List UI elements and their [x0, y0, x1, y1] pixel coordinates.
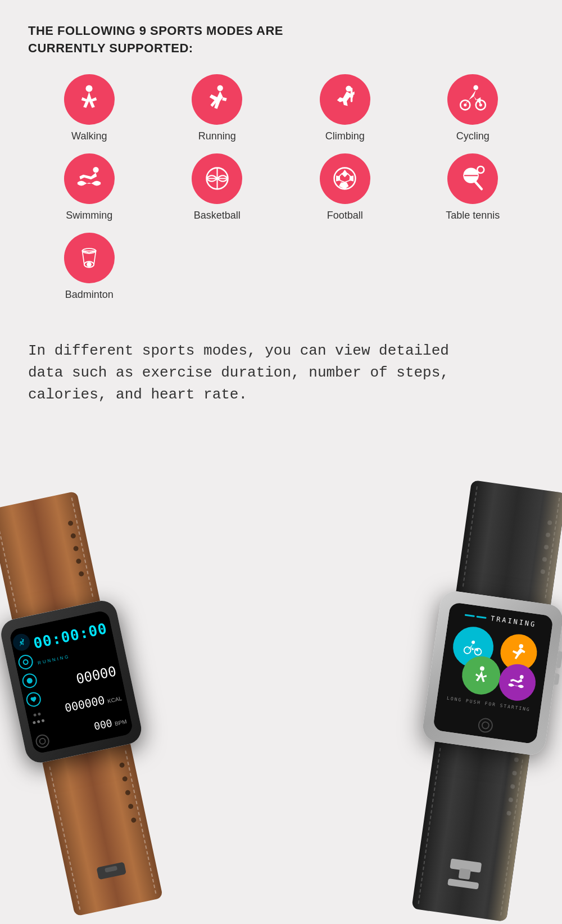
svg-point-7: [464, 103, 466, 106]
watch-kcal-display: 000000: [64, 693, 106, 714]
svg-point-21: [477, 166, 484, 173]
walking-icon: [74, 84, 105, 115]
sport-item-cycling: Cycling: [412, 74, 534, 142]
table-tennis-icon: [457, 163, 488, 194]
sport-item-table-tennis: Table tennis: [412, 153, 534, 221]
swimming-icon: [74, 163, 105, 194]
sports-heading: THE FOLLOWING 9 SPORTS MODES ARE CURRENT…: [28, 22, 534, 57]
climbing-label: Climbing: [325, 130, 365, 142]
walking-label: Walking: [71, 130, 107, 142]
svg-point-8: [479, 103, 482, 106]
svg-line-20: [475, 182, 482, 189]
badminton-label: Badminton: [65, 289, 114, 301]
watch-training-title: TRAINING: [490, 614, 537, 628]
svg-point-29: [471, 640, 475, 644]
swimming-label: Swimming: [66, 210, 112, 221]
svg-point-26: [87, 262, 92, 267]
svg-point-31: [479, 665, 484, 671]
sport-item-climbing: Climbing: [284, 74, 406, 142]
basketball-icon-circle: [192, 153, 242, 204]
running-icon-circle: [192, 74, 242, 125]
cycling-icon-circle: [447, 74, 498, 125]
sport-item-walking: Walking: [28, 74, 151, 142]
heading-line2: CURRENTLY SUPPORTED:: [28, 41, 193, 55]
sport-item-swimming: Swimming: [28, 153, 151, 221]
table-tennis-label: Table tennis: [446, 210, 500, 221]
svg-point-9: [93, 167, 99, 173]
basketball-icon: [202, 163, 233, 194]
sport-item-badminton: Badminton: [28, 233, 151, 301]
sport-item-football: Football: [284, 153, 406, 221]
running-icon: [202, 84, 233, 115]
svg-point-0: [86, 85, 93, 92]
climbing-icon-circle: [320, 74, 370, 125]
sports-section: THE FOLLOWING 9 SPORTS MODES ARE CURRENT…: [0, 0, 562, 318]
page-container: THE FOLLOWING 9 SPORTS MODES ARE CURRENT…: [0, 0, 562, 924]
heading-line1: THE FOLLOWING 9 SPORTS MODES ARE: [28, 24, 283, 38]
description-section: In different sports modes, you can view …: [0, 318, 562, 423]
sport-item-running: Running: [156, 74, 279, 142]
watch-left: 00:00:00 RUNNING 00000 000000 KCAL 000 B…: [0, 488, 177, 919]
cycling-icon: [457, 84, 488, 115]
svg-point-32: [519, 674, 524, 679]
table-tennis-icon-circle: [447, 153, 498, 204]
walking-icon-circle: [64, 74, 115, 125]
football-icon-circle: [320, 153, 370, 204]
basketball-label: Basketball: [194, 210, 241, 221]
badminton-icon-circle: [64, 233, 115, 283]
watch-time-display: 00:00:00: [32, 620, 109, 652]
watch-section: 00:00:00 RUNNING 00000 000000 KCAL 000 B…: [0, 423, 562, 924]
watch-right: TRAINING: [397, 478, 562, 923]
svg-point-4: [473, 85, 478, 90]
sports-grid: Walking Running: [28, 74, 534, 301]
swimming-icon-circle: [64, 153, 115, 204]
description-text: In different sports modes, you can view …: [28, 340, 534, 406]
football-icon: [329, 163, 360, 194]
badminton-icon: [74, 242, 105, 273]
watch-bpm-display: 000: [93, 717, 113, 732]
sport-item-basketball: Basketball: [156, 153, 279, 221]
football-label: Football: [327, 210, 363, 221]
svg-marker-14: [342, 170, 348, 176]
svg-point-30: [519, 644, 523, 648]
svg-point-1: [217, 85, 223, 91]
climbing-icon: [329, 84, 360, 115]
running-label: Running: [198, 130, 236, 142]
watch-steps-display: 00000: [41, 663, 117, 694]
cycling-label: Cycling: [456, 130, 490, 142]
